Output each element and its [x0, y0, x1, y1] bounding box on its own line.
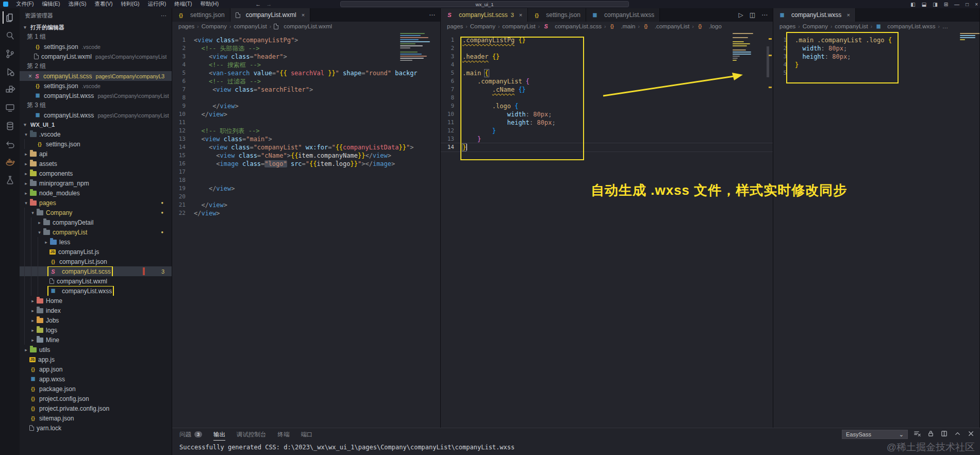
open-editor-item[interactable]: {}settings.json.vscode [20, 81, 172, 91]
breadcrumb-item[interactable]: Company [803, 23, 828, 29]
tree-folder-pages[interactable]: ▾pages● [20, 198, 172, 208]
layout-toggle-icon-3[interactable]: ⊞ [944, 2, 948, 7]
output-channel-select[interactable]: EasySass ⌄ [842, 430, 908, 439]
breadcrumb-item[interactable]: .logo [709, 23, 722, 29]
code-editor[interactable]: 1<view class="companyListPg">2 <!-- 头部筛选… [172, 31, 440, 428]
breadcrumb-item[interactable]: Company [202, 23, 227, 29]
menu-编辑E[interactable]: 编辑(E) [38, 1, 63, 8]
twisty-icon[interactable]: ▸ [36, 220, 43, 225]
tree-folder-logs[interactable]: ▸logs [20, 325, 172, 335]
tree-file-settings.json[interactable]: {}settings.json [20, 139, 172, 149]
tree-folder-Mine[interactable]: ▸Mine [20, 335, 172, 345]
twisty-icon[interactable]: ▸ [23, 151, 29, 157]
menu-查看V[interactable]: 查看(V) [91, 1, 116, 8]
tree-folder-companyDetail[interactable]: ▸companyDetail [20, 217, 172, 227]
tab-companyList.wxss[interactable]: ≣companyList.wxss [586, 8, 660, 22]
more-actions-button[interactable]: ⋯ [429, 11, 435, 19]
panel-tab-终端[interactable]: 终端 [278, 431, 290, 439]
chevron-down-icon[interactable]: ▾ [22, 25, 28, 30]
tree-folder-companyList[interactable]: ▾companyList● [20, 227, 172, 237]
twisty-icon[interactable]: ▾ [23, 200, 29, 206]
breadcrumb-item[interactable]: companyList.scss [555, 23, 602, 29]
tab-companyList.wxml[interactable]: companyList.wxml× [230, 8, 310, 22]
lock-icon[interactable] [927, 430, 935, 439]
panel-tab-问题[interactable]: 问题3 [179, 431, 202, 439]
scrollbar-thumb[interactable] [767, 46, 769, 77]
tree-file-sitemap.json[interactable]: {}sitemap.json [20, 413, 172, 423]
twisty-icon[interactable]: ▸ [23, 347, 29, 352]
extensions-icon[interactable] [3, 83, 16, 96]
panel-tab-端口[interactable]: 端口 [301, 431, 313, 439]
nav-back-icon[interactable]: ← [255, 1, 261, 7]
breadcrumb-item[interactable]: pages [447, 23, 463, 29]
layout-toggle-icon-1[interactable]: ⬓ [922, 2, 926, 7]
nav-forward-icon[interactable]: → [266, 1, 272, 7]
tree-file-companyList.json[interactable]: {}companyList.json [20, 257, 172, 266]
tab-companyList.wxss[interactable]: ≣companyList.wxss× [773, 8, 856, 22]
twisty-icon[interactable]: ▾ [29, 210, 36, 215]
breadcrumb-item[interactable]: pages [779, 23, 795, 29]
close-icon[interactable]: × [519, 12, 522, 18]
database-icon[interactable] [3, 120, 16, 132]
menu-选择S[interactable]: 选择(S) [64, 1, 90, 8]
search-icon[interactable] [3, 29, 16, 42]
open-editor-item[interactable]: {}settings.json.vscode [20, 42, 172, 52]
split-editor-button[interactable]: ◫ [750, 11, 755, 19]
tree-file-yarn.lock[interactable]: yarn.lock [20, 423, 172, 433]
menu-转到G[interactable]: 转到(G) [117, 1, 143, 8]
tree-folder-api[interactable]: ▸api [20, 149, 172, 159]
breadcrumb-item[interactable]: companyList.wxml [284, 23, 332, 29]
twisty-icon[interactable]: ▸ [23, 171, 29, 176]
breadcrumb[interactable]: pages›Company›companyList›ScompanyList.s… [441, 22, 773, 31]
tree-file-package.json[interactable]: {}package.json [20, 384, 172, 394]
close-panel-icon[interactable] [967, 430, 975, 439]
layout-toggle-icon-2[interactable]: ◨ [933, 2, 937, 7]
maximize-button[interactable]: □ [966, 2, 969, 7]
tree-folder-Jobs[interactable]: ▸Jobs [20, 315, 172, 325]
twisty-icon[interactable]: ▸ [29, 308, 36, 313]
tree-folder-utils[interactable]: ▸utils [20, 345, 172, 355]
close-icon[interactable]: × [302, 12, 305, 18]
tab-settings.json[interactable]: {}settings.json [172, 8, 230, 22]
breadcrumb-item[interactable]: … [942, 23, 949, 29]
tree-folder-components[interactable]: ▸components [20, 168, 172, 178]
chevron-up-icon[interactable] [954, 430, 961, 439]
twisty-icon[interactable]: ▸ [43, 240, 49, 245]
twisty-icon[interactable]: ▸ [23, 161, 29, 166]
tree-folder-less[interactable]: ▸less [20, 237, 172, 247]
twisty-icon[interactable]: ▾ [36, 230, 43, 235]
panel-tab-调试控制台[interactable]: 调试控制台 [237, 431, 267, 439]
tree-file-project.private.config.json[interactable]: {}project.private.config.json [20, 403, 172, 413]
minimap[interactable] [960, 33, 975, 40]
twisty-icon[interactable]: ▸ [23, 181, 29, 186]
open-in-editor-icon[interactable] [940, 430, 948, 439]
breadcrumb-item[interactable]: companyList [835, 23, 868, 29]
tree-file-companyList.js[interactable]: JScompanyList.js [20, 247, 172, 257]
tree-folder-Home[interactable]: ▸Home [20, 296, 172, 306]
minimap[interactable] [400, 33, 433, 61]
sidebar-more-actions-icon[interactable]: ⋯ [161, 12, 167, 19]
tree-file-companyList.wxml[interactable]: companyList.wxml [20, 276, 172, 286]
tree-folder-Company[interactable]: ▾Company● [20, 208, 172, 217]
tree-folder-assets[interactable]: ▸assets [20, 159, 172, 168]
command-center-search[interactable]: wx_ui_1 [340, 1, 629, 7]
panel-tab-输出[interactable]: 输出 [213, 431, 225, 441]
close-icon[interactable]: × [846, 12, 850, 18]
source-control-icon[interactable] [3, 47, 16, 60]
tree-folder-.vscode[interactable]: ▾.vscode [20, 129, 172, 139]
breadcrumb-item[interactable]: companyList [502, 23, 536, 29]
breadcrumb-item[interactable]: pages [178, 23, 194, 29]
twisty-icon[interactable]: ▾ [23, 132, 29, 137]
minimap[interactable] [733, 33, 766, 61]
code-editor[interactable]: 1.companyListPg {}23.header {}45.main {6… [441, 31, 773, 428]
twisty-icon[interactable]: ▸ [29, 298, 36, 304]
tree-folder-miniprogram_npm[interactable]: ▸miniprogram_npm [20, 178, 172, 188]
breadcrumb[interactable]: pages›Company›companyList›companyList.wx… [172, 22, 440, 31]
open-editor-item[interactable]: companyList.wxmlpages\Company\companyLis… [20, 52, 172, 61]
menu-帮助H[interactable]: 帮助(H) [197, 1, 223, 8]
layout-toggle-icon-0[interactable]: ◧ [910, 2, 915, 7]
explorer-icon[interactable] [3, 11, 16, 24]
twisty-icon[interactable]: ▸ [29, 318, 36, 323]
undo-arrow-icon[interactable] [3, 138, 16, 150]
run-debug-icon[interactable] [3, 65, 16, 78]
